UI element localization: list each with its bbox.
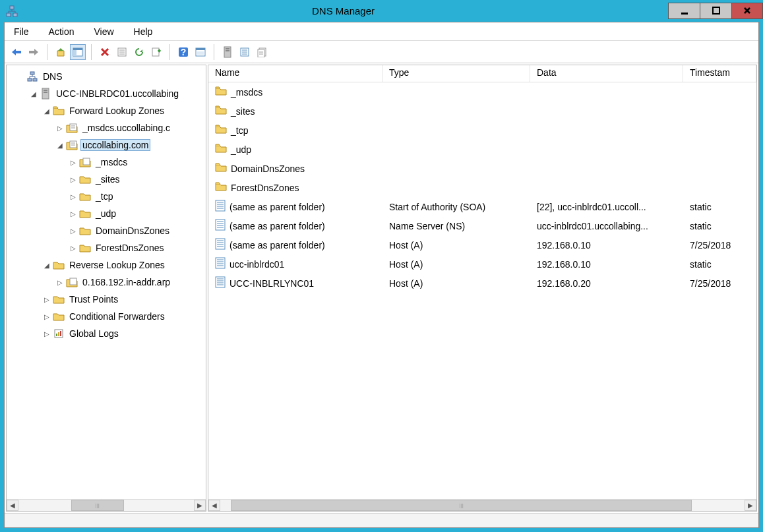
tree-label: Conditional Forwarders — [67, 310, 167, 322]
tree[interactable]: DNS ◢ UCC-INBLRDC01.uccollabing ◢ Forwar… — [7, 65, 206, 499]
list-scrollbar[interactable]: ◀ ||| ▶ — [208, 499, 756, 511]
record-name: _sites — [231, 106, 255, 117]
svg-rect-36 — [44, 92, 47, 93]
tree-root-dns[interactable]: DNS — [7, 68, 206, 85]
expand-icon[interactable]: ▷ — [42, 312, 51, 321]
list-row[interactable]: _msdcs — [208, 82, 756, 102]
collapse-icon[interactable]: ◢ — [42, 260, 51, 270]
list-row[interactable]: DomainDnsZones — [208, 159, 756, 178]
scroll-left-button[interactable]: ◀ — [7, 500, 18, 511]
menu-help[interactable]: Help — [131, 25, 156, 38]
minimize-button[interactable] — [668, 3, 700, 19]
list-row[interactable]: ucc-inblrdc01Host (A)192.168.0.10static — [208, 254, 756, 274]
record-timestamp: static — [683, 219, 756, 233]
back-button[interactable] — [9, 44, 24, 60]
list-body[interactable]: _msdcs_sites_tcp_udpDomainDnsZonesForest… — [208, 82, 756, 499]
record-icon — [215, 276, 226, 290]
column-type[interactable]: Type — [382, 65, 530, 82]
export-button[interactable] — [148, 44, 164, 60]
list-row[interactable]: _sites — [208, 102, 756, 121]
server-icon[interactable] — [220, 44, 235, 60]
expand-icon[interactable]: ▷ — [69, 158, 78, 167]
svg-rect-4 — [713, 7, 719, 14]
expand-icon[interactable]: ▷ — [69, 243, 78, 252]
svg-rect-9 — [73, 48, 82, 50]
list-row[interactable]: (same as parent folder)Name Server (NS)u… — [208, 216, 756, 235]
tree-forward-zones[interactable]: ◢ Forward Lookup Zones — [7, 102, 206, 119]
scroll-right-button[interactable]: ▶ — [194, 500, 206, 511]
list-row[interactable]: ForestDnsZones — [208, 178, 756, 197]
column-timestamp[interactable]: Timestam — [683, 65, 756, 82]
new-window-button[interactable] — [193, 44, 208, 60]
tree-sub-sites[interactable]: ▷ _sites — [7, 171, 206, 188]
collapse-icon[interactable]: ◢ — [42, 106, 51, 115]
tree-sub-forestdnszones[interactable]: ▷ ForestDnsZones — [7, 239, 206, 256]
tree-sub-udp[interactable]: ▷ _udp — [7, 205, 206, 222]
menu-action[interactable]: Action — [46, 25, 77, 38]
list-row[interactable]: _udp — [208, 140, 756, 159]
scroll-right-button[interactable]: ▶ — [745, 500, 756, 511]
filter-button[interactable] — [237, 44, 253, 60]
maximize-button[interactable] — [700, 3, 731, 19]
expand-icon[interactable]: ▷ — [55, 123, 65, 133]
menu-view[interactable]: View — [91, 25, 116, 38]
tree-sub-msdcs[interactable]: ▷ _msdcs — [7, 154, 206, 171]
record-icon — [215, 219, 226, 233]
svg-rect-22 — [226, 50, 229, 51]
collapse-icon[interactable]: ◢ — [55, 140, 65, 150]
tree-label: UCC-INBLRDC01.uccollabing — [54, 88, 181, 100]
expand-icon[interactable]: ▷ — [55, 278, 65, 287]
tree-scrollbar[interactable]: ◀ ||| ▶ — [7, 499, 206, 511]
record-type: Host (A) — [382, 276, 530, 291]
svg-rect-28 — [258, 49, 264, 57]
delete-button[interactable] — [97, 44, 113, 60]
refresh-button[interactable] — [131, 44, 147, 60]
tree-zone-msdcs[interactable]: ▷ _msdcs.uccollabing.c — [7, 119, 206, 136]
tree-conditional-forwarders[interactable]: ▷ Conditional Forwarders — [7, 308, 206, 325]
tree-global-logs[interactable]: ▷ Global Logs — [7, 325, 206, 342]
show-hide-tree-button[interactable] — [70, 44, 86, 60]
scroll-left-button[interactable]: ◀ — [208, 500, 220, 511]
menu-file[interactable]: File — [11, 25, 32, 38]
folder-icon — [79, 208, 91, 220]
list-row[interactable]: (same as parent folder)Host (A)192.168.0… — [208, 235, 756, 254]
scroll-track[interactable]: ||| — [220, 500, 745, 511]
titlebar[interactable]: DNS Manager — [0, 0, 763, 22]
tree-sub-tcp[interactable]: ▷ _tcp — [7, 188, 206, 205]
expand-icon[interactable]: ▷ — [69, 175, 78, 184]
tree-server[interactable]: ◢ UCC-INBLRDC01.uccollabing — [7, 85, 206, 102]
expand-icon[interactable]: ▷ — [69, 192, 78, 201]
svg-rect-0 — [10, 6, 14, 9]
record-timestamp: static — [683, 257, 756, 272]
expand-icon[interactable]: ▷ — [42, 329, 51, 338]
list-row[interactable]: _tcp — [208, 121, 756, 140]
help-button[interactable]: ? — [175, 44, 191, 60]
list-row[interactable]: (same as parent folder)Start of Authorit… — [208, 197, 756, 216]
tree-trust-points[interactable]: ▷ Trust Points — [7, 291, 206, 308]
zone-icon — [66, 122, 78, 134]
zone-icon — [66, 139, 78, 151]
pages-button[interactable] — [254, 44, 270, 60]
expand-icon[interactable]: ▷ — [69, 209, 78, 218]
expand-icon[interactable]: ▷ — [69, 226, 78, 235]
forward-button[interactable] — [26, 44, 42, 60]
scroll-track[interactable]: ||| — [18, 500, 194, 511]
properties-button[interactable] — [114, 44, 130, 60]
svg-rect-3 — [681, 13, 688, 15]
tree-zone-main[interactable]: ◢ uccollabing.com — [7, 136, 206, 154]
scroll-thumb[interactable]: ||| — [71, 500, 124, 511]
list-row[interactable]: UCC-INBLRLYNC01Host (A)192.168.0.207/25/… — [208, 274, 756, 293]
svg-rect-48 — [60, 331, 61, 336]
tree-sub-domaindnszones[interactable]: ▷ DomainDnsZones — [7, 222, 206, 239]
scroll-thumb[interactable]: ||| — [231, 500, 692, 511]
collapse-icon[interactable]: ◢ — [29, 89, 38, 98]
tree-reverse-zone-0[interactable]: ▷ 0.168.192.in-addr.arp — [7, 274, 206, 291]
record-data — [530, 109, 683, 113]
column-data[interactable]: Data — [530, 65, 683, 82]
tree-reverse-zones[interactable]: ◢ Reverse Lookup Zones — [7, 256, 206, 274]
expand-icon[interactable]: ▷ — [42, 295, 51, 304]
record-name: ucc-inblrdc01 — [229, 259, 284, 270]
up-button[interactable] — [53, 44, 69, 60]
close-button[interactable] — [731, 3, 763, 19]
column-name[interactable]: Name — [208, 65, 382, 82]
